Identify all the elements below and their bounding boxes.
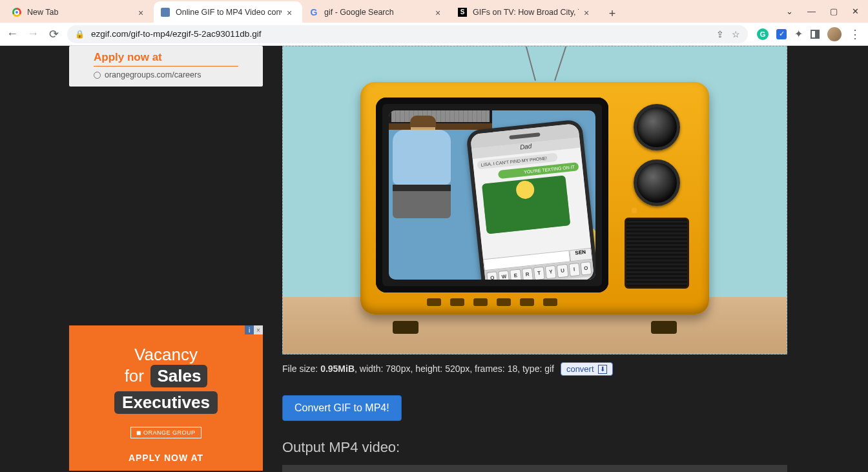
- tab-newtab[interactable]: New Tab ×: [5, 1, 154, 23]
- forward-button[interactable]: →: [26, 27, 40, 41]
- tv-knob: [634, 159, 680, 206]
- tab-ezgif[interactable]: Online GIF to MP4 Video convert ×: [154, 1, 302, 23]
- tab-title: gif - Google Search: [324, 8, 430, 17]
- globe-icon: [94, 72, 101, 79]
- ad-cta: APPLY NOW AT: [69, 453, 263, 463]
- ad-close-icon[interactable]: ×: [254, 325, 263, 334]
- tv-illustration: Dad LISA, I CAN'T FIND MY PHONE! YOU'RE …: [360, 69, 709, 334]
- ad-apply-text: Apply now at: [94, 51, 238, 67]
- phone-illustration: Dad LISA, I CAN'T FIND MY PHONE! YOU'RE …: [466, 119, 595, 280]
- gif-bubble: [482, 175, 570, 234]
- address-bar[interactable]: 🔒 ezgif.com/gif-to-mp4/ezgif-5-2ac93011d…: [67, 25, 748, 43]
- tab-title: GIFs on TV: How Broad City, The: [473, 8, 579, 17]
- profile-avatar[interactable]: [827, 27, 842, 41]
- minimize-icon[interactable]: —: [807, 6, 816, 16]
- convert-link[interactable]: convert ⬇: [561, 362, 613, 376]
- output-heading: Output MP4 video:: [282, 439, 868, 456]
- ad-info-icon[interactable]: i: [245, 325, 254, 334]
- share-icon[interactable]: ⇪: [716, 29, 724, 39]
- ad-text: Executives: [114, 391, 218, 414]
- left-column: Apply now at orangegroups.com/careers i …: [0, 46, 282, 472]
- tab-title: Online GIF to MP4 Video convert: [176, 8, 282, 17]
- gif-preview: Dad LISA, I CAN'T FIND MY PHONE! YOU'RE …: [282, 46, 787, 354]
- download-icon: ⬇: [598, 365, 607, 374]
- reload-button[interactable]: ⟳: [46, 27, 61, 41]
- ad-careers-text: orangegroups.com/careers: [94, 70, 263, 79]
- new-tab-button[interactable]: +: [603, 5, 621, 23]
- ad-text: for: [125, 366, 144, 385]
- close-icon[interactable]: ×: [138, 8, 147, 17]
- send-label: SEN: [569, 248, 592, 262]
- window-controls: ⌄ — ▢ ✕: [786, 0, 868, 23]
- grammarly-icon[interactable]: G: [757, 28, 769, 40]
- extensions-icon[interactable]: ✦: [794, 28, 803, 40]
- ad-badge: ◼ ORANGE GROUP: [130, 427, 201, 438]
- back-button[interactable]: ←: [5, 27, 19, 41]
- extensions-area: G ✓ ✦ ⋮: [754, 27, 863, 41]
- file-meta: File size: 0.95MiB, width: 780px, height…: [282, 362, 868, 376]
- tab-title: New Tab: [27, 8, 133, 17]
- bookmark-icon[interactable]: ☆: [732, 29, 740, 39]
- main-column: Dad LISA, I CAN'T FIND MY PHONE! YOU'RE …: [282, 46, 868, 472]
- extension-check-icon[interactable]: ✓: [776, 29, 787, 39]
- chrome-icon: [12, 7, 22, 17]
- ad-banner-top[interactable]: Apply now at orangegroups.com/careers: [69, 46, 263, 87]
- tabstrip: New Tab × Online GIF to MP4 Video conver…: [0, 0, 868, 23]
- ad-text: Sales: [150, 365, 207, 387]
- tab-google[interactable]: G gif - Google Search ×: [302, 1, 451, 23]
- maximize-icon[interactable]: ▢: [830, 6, 838, 16]
- page-viewport: Apply now at orangegroups.com/careers i …: [0, 46, 868, 472]
- toolbar: ← → ⟳ 🔒 ezgif.com/gif-to-mp4/ezgif-5-2ac…: [0, 23, 868, 46]
- ad-banner-side[interactable]: i × Vacancy for Sales Executives ◼ ORANG…: [69, 325, 263, 471]
- close-icon[interactable]: ×: [287, 8, 296, 17]
- tab-gifs-on-tv[interactable]: S GIFs on TV: How Broad City, The ×: [451, 1, 599, 23]
- chevron-down-icon[interactable]: ⌄: [786, 6, 793, 16]
- google-icon: G: [309, 7, 319, 17]
- file-size: 0.95MiB: [320, 364, 355, 374]
- square-s-icon: S: [457, 7, 468, 17]
- sidepanel-icon[interactable]: [811, 30, 820, 39]
- convert-button[interactable]: Convert GIF to MP4!: [282, 395, 402, 421]
- menu-icon[interactable]: ⋮: [849, 27, 860, 41]
- ad-text: Vacancy: [134, 345, 198, 364]
- tv-knob: [634, 104, 680, 150]
- ezgif-icon: [160, 7, 170, 17]
- lock-icon: 🔒: [75, 30, 85, 39]
- close-icon[interactable]: ×: [435, 8, 444, 17]
- tv-speaker: [625, 218, 689, 289]
- close-window-icon[interactable]: ✕: [852, 6, 859, 16]
- output-placeholder: [282, 465, 787, 472]
- close-icon[interactable]: ×: [584, 8, 593, 17]
- url-text: ezgif.com/gif-to-mp4/ezgif-5-2ac93011db.…: [91, 29, 261, 39]
